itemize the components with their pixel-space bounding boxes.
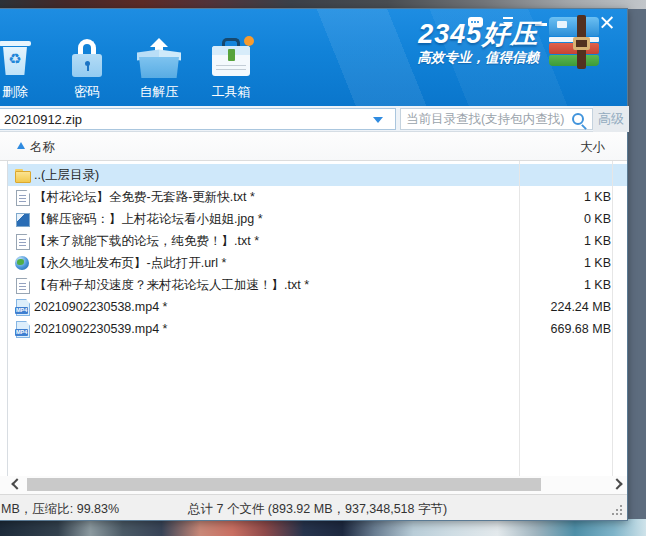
chevron-down-icon bbox=[373, 117, 383, 123]
self-extract-button[interactable]: 自解压 bbox=[130, 34, 188, 106]
self-extract-label: 自解压 bbox=[140, 83, 179, 101]
sort-ascending-icon bbox=[17, 142, 25, 149]
compression-ratio-text: MB，压缩比: 99.83% bbox=[1, 501, 119, 518]
toolbox-icon bbox=[209, 37, 253, 81]
scrollbar-thumb[interactable] bbox=[27, 478, 541, 491]
password-button[interactable]: 密码 bbox=[58, 34, 116, 106]
search-icon[interactable] bbox=[572, 113, 584, 125]
lock-icon bbox=[65, 37, 109, 81]
desktop-wallpaper-bottom bbox=[0, 519, 646, 536]
mp4-file-icon bbox=[14, 321, 30, 337]
column-separator bbox=[519, 132, 520, 476]
mp4-file-icon bbox=[14, 299, 30, 315]
search-box bbox=[400, 108, 593, 130]
delete-label: 删除 bbox=[2, 83, 28, 101]
archive-name: 20210912.zip bbox=[4, 112, 82, 127]
file-list-area: 名称 大小 ..(上层目录) 【村花论坛】全免费-无套路-更新快.txt * 1… bbox=[0, 132, 627, 494]
list-left-border bbox=[7, 132, 8, 476]
scroll-right-arrow-icon[interactable] bbox=[611, 478, 622, 489]
haozip-archive-icon bbox=[547, 15, 601, 69]
jpg-file-icon bbox=[14, 211, 30, 227]
list-header: 名称 大小 bbox=[0, 132, 627, 161]
brand-logo: 2345好压 高效专业，值得信赖 bbox=[418, 15, 602, 69]
txt-file-icon bbox=[14, 189, 30, 205]
file-row[interactable]: 【解压密码：】上村花论坛看小姐姐.jpg * 0 KB bbox=[8, 208, 627, 230]
file-row[interactable]: 【村花论坛】全免费-无套路-更新快.txt * 1 KB bbox=[8, 186, 627, 208]
close-icon bbox=[601, 16, 613, 28]
trash-icon: ♻ bbox=[0, 37, 37, 81]
address-bar: 20210912.zip 高级 bbox=[0, 106, 627, 132]
column-header-size[interactable]: 大小 bbox=[580, 139, 605, 156]
archive-path-combobox[interactable]: 20210912.zip bbox=[0, 108, 396, 130]
toolbox-button[interactable]: 工具箱 bbox=[202, 34, 260, 106]
file-row[interactable]: 【有种子却没速度？来村花论坛人工加速！】.txt * 1 KB bbox=[8, 274, 627, 296]
status-bar: MB，压缩比: 99.83% 总计 7 个文件 (893.92 MB，937,3… bbox=[0, 494, 627, 520]
file-row[interactable]: 【来了就能下载的论坛，纯免费！】.txt * 1 KB bbox=[8, 230, 627, 252]
advanced-button[interactable]: 高级 bbox=[593, 106, 629, 132]
folder-file-icon bbox=[14, 167, 30, 183]
notification-dot bbox=[244, 36, 254, 46]
brand-tagline: 高效专业，值得信赖 bbox=[418, 49, 540, 66]
horizontal-scrollbar bbox=[0, 476, 627, 494]
delete-button[interactable]: ♻ 删除 bbox=[0, 34, 44, 106]
file-row[interactable]: 20210902230538.mp4 * 224.24 MB bbox=[8, 296, 627, 318]
file-row[interactable]: 20210902230539.mp4 * 669.68 MB bbox=[8, 318, 627, 340]
txt-file-icon bbox=[14, 277, 30, 293]
total-files-text: 总计 7 个文件 (893.92 MB，937,348,518 字节) bbox=[188, 501, 447, 518]
haozip-window: ♻ 删除 密码 自解压 bbox=[0, 8, 628, 521]
close-button[interactable] bbox=[599, 15, 615, 29]
file-list: ..(上层目录) 【村花论坛】全免费-无套路-更新快.txt * 1 KB 【解… bbox=[8, 164, 627, 340]
toolbox-label: 工具箱 bbox=[212, 83, 251, 101]
size-column-border bbox=[612, 132, 613, 476]
file-row-selected[interactable]: ..(上层目录) bbox=[8, 164, 627, 186]
password-label: 密码 bbox=[74, 83, 100, 101]
brand-title: 2345好压 bbox=[418, 19, 540, 49]
window-chrome: ♻ 删除 密码 自解压 bbox=[0, 9, 627, 106]
resize-grip[interactable] bbox=[611, 504, 623, 516]
sfx-box-icon bbox=[137, 37, 181, 81]
search-input[interactable] bbox=[401, 112, 572, 126]
file-row[interactable]: 【永久地址发布页】-点此打开.url * 1 KB bbox=[8, 252, 627, 274]
scroll-left-arrow-icon[interactable] bbox=[11, 478, 22, 489]
txt-file-icon bbox=[14, 233, 30, 249]
url-file-icon bbox=[14, 255, 30, 271]
column-header-name[interactable]: 名称 bbox=[30, 139, 55, 156]
